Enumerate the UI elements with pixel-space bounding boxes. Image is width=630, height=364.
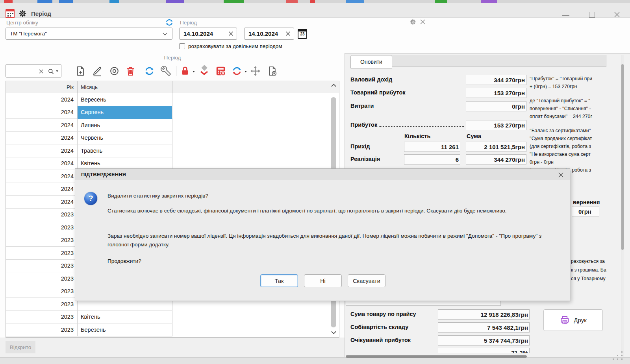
chevron-down-icon [163,31,167,35]
search-magnifier-icon[interactable] [47,67,55,75]
table-row[interactable]: 2024Вересень [6,93,339,106]
close-icon[interactable] [613,11,621,18]
calendar-picker-icon[interactable]: 23 [298,29,307,39]
search-clear-icon[interactable] [38,68,44,74]
year-cell[interactable]: 2023 [6,311,78,324]
lock-options-caret-icon[interactable] [193,71,195,72]
panel-vscrollbar-thumb[interactable] [621,64,624,250]
date-to-clear-icon[interactable] [285,31,291,36]
yes-button[interactable]: Так [260,274,298,287]
gross-income-label: Валовий дохід [350,76,392,83]
year-cell[interactable]: 2023 [6,323,78,336]
returns-value: 0грн [572,207,599,216]
add-document-icon[interactable] [75,65,86,76]
year-cell[interactable]: 2024 [6,157,78,170]
year-cell[interactable]: 2023 [6,260,78,273]
edit-pencil-icon[interactable] [91,65,102,76]
note-line: 0грн - 0грн [530,158,607,166]
month-cell[interactable]: Червень [78,132,172,145]
cancel-button[interactable]: Скасувати [348,274,385,287]
year-cell[interactable]: 2023 [6,209,78,222]
year-cell[interactable]: 2024 [6,183,78,196]
note-line: + (0грн) = 153 270грн [530,83,607,91]
table-row[interactable]: 2023Квітень [6,311,339,324]
year-cell[interactable]: 2023 [6,234,78,247]
year-cell[interactable]: 2023 [6,285,78,298]
table-row[interactable]: 2024Червень [6,132,339,145]
period-close-icon[interactable] [420,19,426,25]
background-icon-fragment [481,0,497,3]
period-label: Період [180,20,197,26]
scroll-up-icon[interactable] [330,82,337,88]
settings-wrench-icon[interactable] [160,65,171,76]
background-icon-fragment [109,0,119,3]
year-cell[interactable]: 2023 [6,221,78,234]
delete-statistics-icon[interactable] [215,65,226,76]
app-window: Період Центр обліку ТМ "Перемога" Період… [0,0,630,364]
lock-icon[interactable] [180,65,191,76]
refresh-icon[interactable] [165,18,174,27]
table-row[interactable]: 2024Травень [6,144,339,157]
year-cell[interactable]: 2023 [6,272,78,285]
year-cell[interactable]: 2023 [6,247,78,260]
profit-label: Прибуток [350,122,377,128]
status-badge: Відкрито [6,341,35,353]
month-cell[interactable]: Липень [78,119,172,132]
minimize-icon[interactable] [562,15,569,16]
note-line: де ''Товарний прибуток'' = '' [530,97,607,105]
sales-sum-value: 344 270грн [466,154,526,164]
accounting-center-select[interactable]: ТМ "Перемога" [6,28,172,40]
year-cell[interactable]: 2024 [6,93,78,106]
update-button[interactable]: Оновити [350,55,392,68]
refresh-icon[interactable] [144,65,155,76]
background-icon-fragment [286,0,298,3]
no-button[interactable]: Ні [304,274,342,287]
export-document-icon[interactable] [267,65,278,76]
print-button[interactable]: Друк [543,309,603,331]
move-icon[interactable] [250,65,261,76]
month-cell[interactable]: Квітень [78,311,172,324]
table-row[interactable]: 2024Липень [6,119,339,132]
year-cell[interactable]: 2024 [6,170,78,183]
panel-hscrollbar-thumb[interactable] [346,355,527,358]
year-cell[interactable]: 2023 [6,298,78,311]
month-cell[interactable]: Березень [78,323,172,336]
month-cell[interactable]: Серпень [78,106,172,119]
year-cell[interactable]: 2024 [6,144,78,157]
gear-icon [19,9,27,18]
expected-profit-label: Очікуваний прибуток [350,337,411,343]
note-line: ''Баланс за сертифікатами'' [530,127,607,135]
month-cell[interactable]: Травень [78,144,172,157]
background-icon-fragment [166,0,184,3]
scroll-down-icon[interactable] [330,330,337,335]
delete-trash-icon[interactable] [125,65,136,76]
column-header-year[interactable]: Рік [6,81,78,93]
sales-flow-label: Реалізація [350,156,380,162]
table-header: Рік Місяць [6,81,339,93]
search-input[interactable] [6,64,61,78]
month-cell[interactable]: Вересень [78,93,172,106]
refresh-options-caret-icon[interactable] [245,71,247,72]
search-options-caret-icon[interactable] [56,70,58,72]
year-cell[interactable]: 2024 [6,132,78,145]
date-from-input[interactable]: 14.10.2024 [179,28,237,40]
dialog-continue-question: Продовжити? [107,257,550,266]
dialog-close-icon[interactable] [557,171,564,178]
table-row[interactable]: 2024Серпень [6,106,339,119]
column-header-month[interactable]: Місяць [78,81,172,93]
table-row[interactable]: 2023Березень [6,323,339,336]
arbitrary-period-checkbox[interactable] [179,43,185,49]
resize-grip-icon[interactable] [613,351,624,360]
toolbar-separator [176,66,176,76]
period-settings-gear-icon[interactable] [410,18,416,25]
date-to-input[interactable]: 14.10.2024 [244,28,294,40]
year-cell[interactable]: 2024 [6,119,78,132]
refresh-alt-icon[interactable] [231,65,242,76]
view-icon[interactable] [109,65,120,76]
year-cell[interactable]: 2024 [6,106,78,119]
collapse-layers-icon[interactable] [198,65,210,76]
date-from-clear-icon[interactable] [228,31,233,36]
gross-income-value: 344 270грн [466,75,526,85]
maximize-icon[interactable] [589,12,595,18]
year-cell[interactable]: 2024 [6,196,78,209]
